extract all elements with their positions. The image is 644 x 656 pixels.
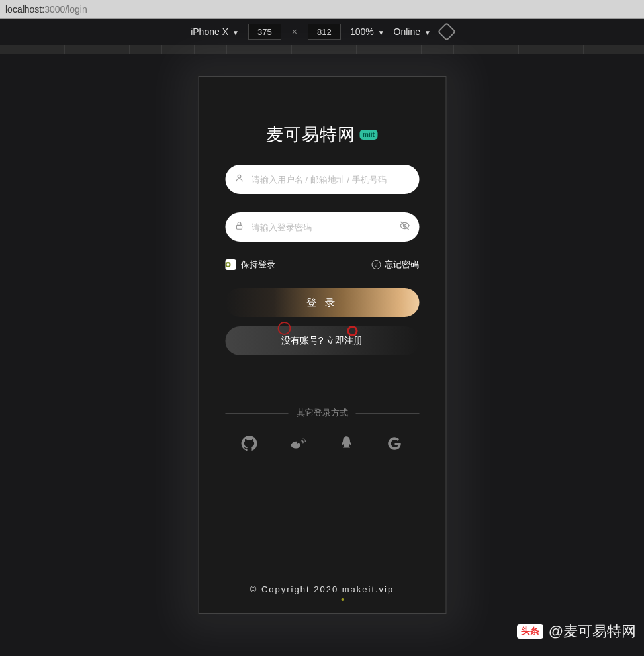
username-input[interactable]	[225, 165, 419, 194]
svg-rect-1	[236, 225, 242, 229]
decorative-circle	[225, 262, 230, 267]
logo-badge: miit	[359, 130, 378, 140]
horizontal-ruler	[0, 45, 644, 54]
login-button[interactable]: 登 录	[225, 288, 419, 317]
divider-line	[356, 413, 420, 414]
login-screen: 麦可易特网 miit 保持登录 ? 忘记密码	[199, 77, 445, 613]
viewport-height-input[interactable]	[308, 24, 341, 40]
qq-icon[interactable]	[338, 435, 355, 455]
user-icon	[234, 173, 244, 185]
keep-logged-label: 保持登录	[241, 259, 275, 271]
eye-off-icon[interactable]	[399, 220, 410, 234]
copyright: © Copyright 2020 makeit.vip	[199, 585, 445, 594]
divider-line	[225, 413, 289, 414]
url-host: localhost:	[5, 4, 44, 15]
rotate-icon[interactable]	[437, 23, 456, 41]
other-login-divider: 其它登录方式	[225, 407, 419, 419]
logo-text: 麦可易特网	[266, 123, 355, 146]
device-viewport: 麦可易特网 miit 保持登录 ? 忘记密码	[198, 76, 446, 614]
other-login-label: 其它登录方式	[297, 407, 348, 419]
logo: 麦可易特网 miit	[266, 123, 378, 146]
password-input[interactable]	[225, 212, 419, 242]
device-selector[interactable]: iPhone X ▼	[191, 26, 239, 37]
zoom-selector[interactable]: 100% ▼	[350, 26, 385, 37]
watermark-badge: 头条	[517, 624, 543, 639]
actions-row: 保持登录 ? 忘记密码	[225, 259, 419, 271]
watermark-text: @麦可易特网	[549, 622, 636, 641]
network-selector[interactable]: Online ▼	[394, 26, 431, 37]
times-separator: ×	[292, 26, 297, 37]
svg-point-0	[238, 175, 241, 178]
decorative-circle	[277, 322, 291, 335]
devtools-toolbar: iPhone X ▼ × 100% ▼ Online ▼	[0, 19, 644, 45]
watermark: 头条 @麦可易特网	[517, 622, 636, 641]
decorative-circle	[347, 326, 357, 336]
username-field-wrap	[225, 165, 419, 194]
forgot-password-link[interactable]: ? 忘记密码	[371, 259, 419, 271]
decorative-dot	[341, 598, 344, 601]
keep-logged-checkbox[interactable]: 保持登录	[225, 259, 275, 271]
register-button[interactable]: 没有账号? 立即注册	[225, 326, 419, 355]
viewport-width-input[interactable]	[248, 24, 281, 40]
weibo-icon[interactable]	[289, 435, 306, 455]
url-path: 3000/login	[44, 4, 87, 15]
github-icon[interactable]	[241, 435, 258, 455]
google-icon[interactable]	[386, 435, 403, 455]
social-login-row	[225, 435, 419, 455]
password-field-wrap	[225, 212, 419, 242]
url-bar[interactable]: localhost:3000/login	[0, 0, 644, 19]
question-icon: ?	[371, 260, 381, 269]
forgot-label: 忘记密码	[385, 259, 419, 271]
lock-icon	[234, 221, 244, 233]
